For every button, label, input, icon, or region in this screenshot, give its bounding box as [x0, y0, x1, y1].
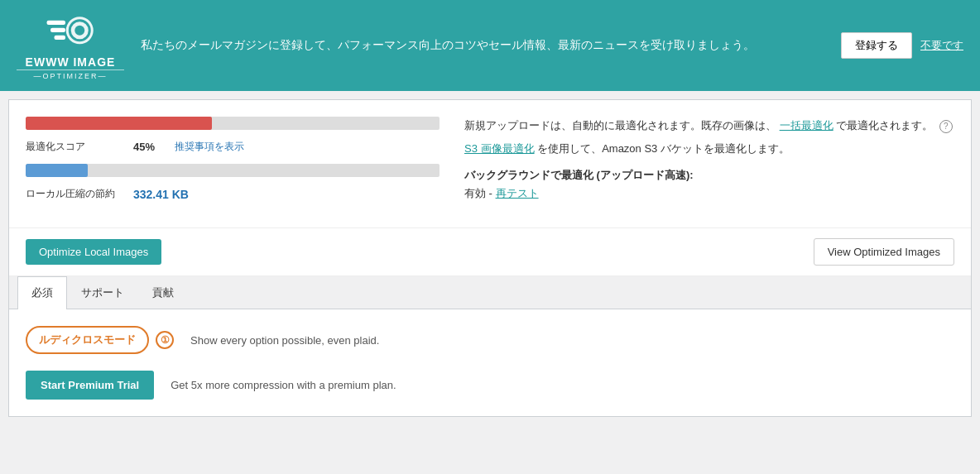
stats-left: 最適化スコア 45% 推奨事項を表示 ローカル圧縮の節約 332.41 KB	[26, 117, 440, 211]
retest-link[interactable]: 再テスト	[496, 187, 539, 199]
bg-status-line: バックグラウンドで最適化 (アップロード高速):	[464, 166, 954, 184]
settings-content: ルディクロスモード ① Show every option possible, …	[9, 309, 971, 416]
score-label: 最適化スコア	[26, 140, 125, 154]
ludicrous-mode-button[interactable]: ルディクロスモード	[26, 326, 149, 354]
start-premium-button[interactable]: Start Premium Trial	[26, 371, 154, 400]
score-bar-wrap	[26, 117, 440, 130]
score-bar-fill	[26, 117, 212, 130]
dismiss-button[interactable]: 不要です	[920, 38, 963, 53]
svg-rect-3	[47, 21, 66, 25]
ludicrous-description: Show every option possible, even plaid.	[190, 334, 379, 347]
ludicrous-setting-row: ルディクロスモード ① Show every option possible, …	[26, 326, 954, 354]
score-bar-container	[26, 117, 440, 130]
savings-bar-wrap	[26, 164, 440, 177]
action-row: Optimize Local Images View Optimized Ima…	[9, 228, 971, 276]
tab-contribute[interactable]: 貢献	[138, 276, 188, 309]
logo-sub-text: —OPTIMIZER—	[17, 69, 124, 80]
ludicrous-number-badge: ①	[156, 331, 174, 349]
score-percent: 45%	[133, 141, 166, 153]
svg-rect-5	[55, 36, 66, 40]
banner-actions: 登録する 不要です	[841, 32, 963, 59]
premium-description: Get 5x more compression with a premium p…	[171, 379, 396, 391]
info-line1: 新規アップロードは、自動的に最適化されます。既存の画像は、 一括最適化 で最適化…	[464, 117, 954, 135]
ewww-logo-icon	[46, 11, 95, 56]
svg-point-2	[74, 26, 84, 36]
logo-area: EWWW IMAGE —OPTIMIZER—	[17, 11, 124, 80]
help-icon[interactable]: ?	[939, 120, 953, 133]
svg-rect-4	[50, 28, 65, 32]
tabs-section: 必須 サポート 貢献	[9, 276, 971, 309]
bulk-optimize-link[interactable]: 一括最適化	[780, 119, 833, 132]
info-line2: S3 画像最適化 を使用して、Amazon S3 バケットを最適化します。	[464, 140, 954, 158]
optimize-local-button[interactable]: Optimize Local Images	[26, 239, 161, 265]
savings-bar-row	[26, 164, 440, 177]
savings-label: ローカル圧縮の節約	[26, 187, 125, 201]
s3-optimize-link[interactable]: S3 画像最適化	[464, 142, 535, 155]
tab-support[interactable]: サポート	[67, 276, 138, 309]
header-banner: EWWW IMAGE —OPTIMIZER— 私たちのメールマガジンに登録して、…	[0, 0, 980, 91]
score-label-row: 最適化スコア 45% 推奨事項を表示	[26, 140, 440, 154]
stats-right: 新規アップロードは、自動的に最適化されます。既存の画像は、 一括最適化 で最適化…	[464, 117, 954, 211]
banner-message-text: 私たちのメールマガジンに登録して、パフォーマンス向上のコツやセール情報、最新のニ…	[141, 38, 824, 53]
ludicrous-badge-wrap: ルディクロスモード ①	[26, 326, 174, 354]
savings-bar-fill	[26, 164, 88, 177]
tab-required[interactable]: 必須	[17, 276, 67, 309]
savings-value: 332.41 KB	[133, 188, 189, 201]
stats-section: 最適化スコア 45% 推奨事項を表示 ローカル圧縮の節約 332.41 KB 新…	[9, 100, 971, 228]
main-content: 最適化スコア 45% 推奨事項を表示 ローカル圧縮の節約 332.41 KB 新…	[8, 99, 972, 417]
premium-row: Start Premium Trial Get 5x more compress…	[26, 371, 954, 400]
savings-label-row: ローカル圧縮の節約 332.41 KB	[26, 187, 440, 201]
view-optimized-button[interactable]: View Optimized Images	[814, 238, 954, 266]
bg-status-value: 有効 - 再テスト	[464, 184, 954, 203]
score-row	[26, 117, 440, 130]
score-link[interactable]: 推奨事項を表示	[175, 140, 244, 154]
savings-bar-container	[26, 164, 440, 177]
logo-main-text: EWWW IMAGE	[26, 56, 116, 68]
register-button[interactable]: 登録する	[841, 32, 912, 59]
